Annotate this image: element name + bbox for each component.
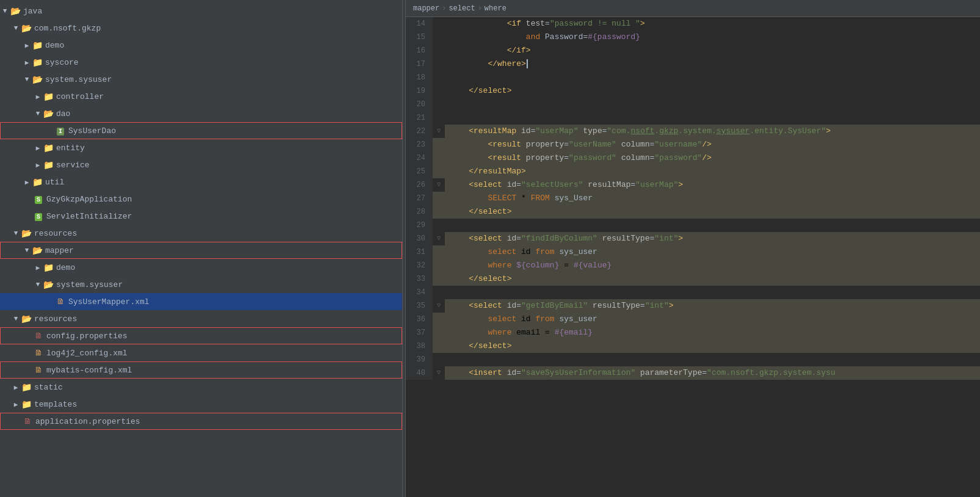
tree-item-ServletInitializer[interactable]: SServletInitializer (0, 208, 402, 225)
code-content[interactable]: 14 <if test="password != null ">15 and P… (406, 17, 980, 497)
tree-item-mapper-folder[interactable]: ▼📂mapper (0, 242, 402, 259)
tree-item-log4j2_config.xml[interactable]: 🗎log4j2_config.xml (0, 344, 402, 361)
line-content[interactable]: <result property="password" column="pass… (445, 151, 980, 165)
tree-icon: 📂 (21, 228, 32, 239)
tree-icon: 🗎 (22, 416, 33, 426)
tree-item-java[interactable]: ▼📂java (0, 2, 402, 20)
tree-item-GzyGkzpApplication[interactable]: SGzyGkzpApplication (0, 190, 402, 208)
tree-item-static[interactable]: ▶📁static (0, 379, 402, 396)
tree-label: system.sysuser (45, 75, 112, 84)
line-content[interactable]: </select> (445, 84, 980, 98)
line-number: 29 (406, 219, 433, 232)
tree-item-resources[interactable]: ▼📂resources (0, 225, 402, 242)
tree-icon: 📂 (21, 23, 32, 34)
tree-label: service (56, 161, 90, 170)
tree-icon: 🗎 (33, 331, 44, 341)
code-line: 14 <if test="password != null "> (406, 17, 980, 31)
tree-icon: 📂 (43, 109, 54, 119)
tree-label: templates (34, 400, 77, 409)
fold-icon[interactable]: ▽ (437, 366, 441, 380)
tree-item-mybatis-config.xml[interactable]: 🗎mybatis-config.xml (0, 361, 402, 379)
fold-icon[interactable]: ▽ (437, 178, 441, 192)
tree-arrow: ▶ (33, 144, 43, 152)
tree-item-system.sysuser[interactable]: ▼📂system.sysuser (0, 71, 402, 88)
breadcrumb-select: select (449, 4, 475, 13)
tree-icon: 📁 (43, 263, 54, 273)
line-content[interactable]: </where> (445, 57, 980, 71)
line-content[interactable]: <select id="findIdByColumn" resultType="… (445, 232, 980, 245)
tree-icon: 🗎 (55, 297, 66, 307)
line-gutter: ▽ (433, 299, 445, 313)
line-content[interactable]: </select> (445, 272, 980, 286)
line-content[interactable]: <result property="userName" column="user… (445, 138, 980, 151)
tree-item-system.sysuser-folder[interactable]: ▼📂system.sysuser (0, 276, 402, 293)
tree-icon: 📂 (10, 6, 21, 16)
tree-label: demo (45, 41, 64, 50)
tree-arrow: ▶ (33, 161, 43, 169)
code-line: 26▽ <select id="selectUsers" resultMap="… (406, 178, 980, 192)
line-content[interactable]: </resultMap> (445, 165, 980, 178)
line-content[interactable]: </if> (445, 44, 980, 57)
code-line: 39 (406, 353, 980, 366)
breadcrumb-where: where (485, 4, 506, 13)
tree-item-controller[interactable]: ▶📁controller (0, 88, 402, 105)
code-line: 16 </if> (406, 44, 980, 57)
tree-label: ServletInitializer (46, 212, 132, 221)
line-content[interactable]: <resultMap id="userMap" type="com.nsoft.… (445, 125, 980, 138)
line-content[interactable]: <select id="getIdByEmail" resultType="in… (445, 299, 980, 313)
tree-item-sysCore[interactable]: ▶📁syscore (0, 54, 402, 71)
line-content[interactable]: <select id="selectUsers" resultMap="user… (445, 178, 980, 192)
line-content[interactable]: where email = #{email} (445, 326, 980, 339)
tree-item-dao[interactable]: ▼📂dao (0, 105, 402, 122)
fold-icon[interactable]: ▽ (437, 232, 441, 245)
tree-item-templates[interactable]: ▶📁templates (0, 396, 402, 413)
tree-label: application.properties (35, 417, 140, 426)
tree-item-util[interactable]: ▶📁util (0, 173, 402, 190)
code-line: 25 </resultMap> (406, 165, 980, 178)
code-line: 20 (406, 98, 980, 111)
tree-arrow: ▼ (11, 315, 21, 322)
code-line: 35▽ <select id="getIdByEmail" resultType… (406, 299, 980, 313)
breadcrumb-sep2: › (478, 4, 482, 13)
tree-label: controller (56, 92, 104, 101)
tree-arrow: ▶ (33, 264, 43, 272)
fold-icon[interactable]: ▽ (437, 125, 441, 138)
tree-item-service[interactable]: ▶📁service (0, 156, 402, 173)
tree-icon: 📁 (43, 92, 54, 102)
tree-item-config.properties[interactable]: 🗎config.properties (0, 327, 402, 344)
fold-icon[interactable]: ▽ (437, 299, 441, 313)
file-tree[interactable]: ▼📂java▼📂com.nsoft.gkzp▶📁demo▶📁syscore▼📂s… (0, 0, 403, 497)
tree-item-entity[interactable]: ▶📁entity (0, 139, 402, 156)
tree-item-resources2[interactable]: ▼📂resources (0, 310, 402, 327)
tree-label: mybatis-config.xml (46, 366, 132, 375)
tree-icon: I (55, 126, 66, 136)
tree-arrow: ▶ (11, 401, 21, 408)
line-content[interactable]: </select> (445, 339, 980, 353)
line-content[interactable]: <if test="password != null "> (445, 17, 980, 31)
tree-arrow: ▼ (0, 7, 10, 15)
code-line: 36 select id from sys_user (406, 313, 980, 326)
line-content[interactable]: select id from sys_user (445, 245, 980, 259)
tree-arrow: ▶ (22, 178, 32, 186)
tree-icon: S (33, 194, 44, 204)
tree-item-demo[interactable]: ▶📁demo (0, 37, 402, 54)
tree-label: SysUserDao (68, 126, 116, 136)
tree-item-com.nsoft.gkzp[interactable]: ▼📂com.nsoft.gkzp (0, 20, 402, 37)
line-content[interactable]: SELECT * FROM sys_User (445, 192, 980, 205)
tree-item-SysUserDao[interactable]: ISysUserDao (0, 122, 402, 139)
line-gutter: ▽ (433, 178, 445, 192)
code-line: 21 (406, 111, 980, 125)
tree-label: mapper (45, 246, 74, 255)
text-cursor (527, 59, 528, 68)
tree-item-application.properties[interactable]: 🗎application.properties (0, 413, 402, 430)
tree-item-SysUserMapper.xml[interactable]: 🗎SysUserMapper.xml (0, 293, 402, 310)
tree-label: SysUserMapper.xml (68, 297, 150, 307)
line-content[interactable]: and Password=#{password} (445, 31, 980, 44)
line-content[interactable]: where ${column} = #{value} (445, 259, 980, 272)
tree-item-demo-folder[interactable]: ▶📁demo (0, 259, 402, 276)
tree-icon: 📁 (32, 40, 43, 51)
tree-arrow: ▼ (33, 110, 43, 117)
line-content[interactable]: select id from sys_user (445, 313, 980, 326)
line-content[interactable]: <insert id="saveSysUserInformation" para… (445, 366, 980, 380)
line-content[interactable]: </select> (445, 205, 980, 219)
